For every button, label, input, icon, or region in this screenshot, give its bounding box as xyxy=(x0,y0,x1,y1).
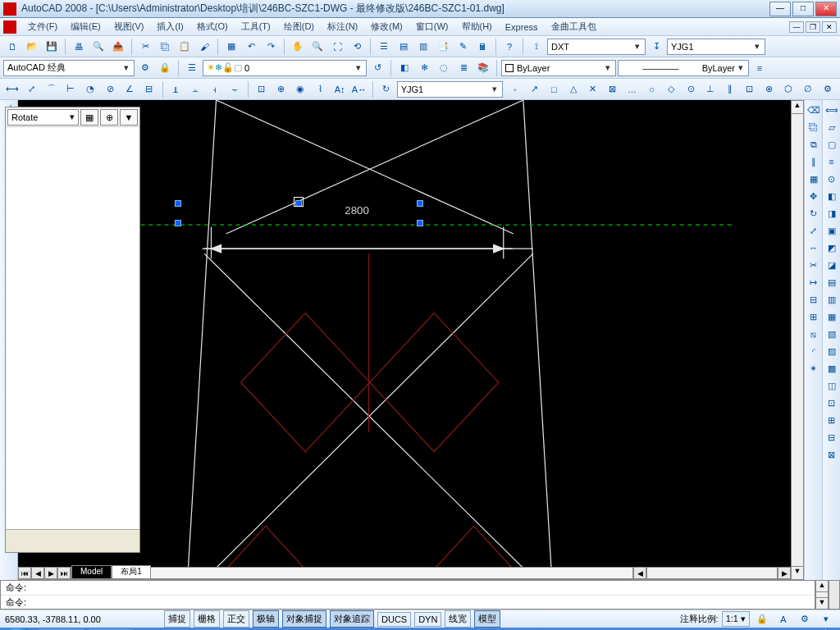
dim-space-icon[interactable]: ⫞ xyxy=(206,80,224,98)
tool3-icon[interactable]: ▣ xyxy=(824,222,840,239)
menu-express[interactable]: Express xyxy=(500,21,543,34)
status-osnap-button[interactable]: 对象捕捉 xyxy=(282,610,326,628)
tool1-icon[interactable]: ◧ xyxy=(824,188,840,204)
prop-pickadd-button[interactable]: ⊕ xyxy=(100,109,118,126)
dim-quick-icon[interactable]: ⊟ xyxy=(140,80,158,98)
offset-icon[interactable]: ∥ xyxy=(806,153,822,170)
osnap-settings-icon[interactable]: ⚙ xyxy=(819,80,837,98)
menu-view[interactable]: 视图(V) xyxy=(109,19,149,34)
print-icon[interactable]: 🖶 xyxy=(70,38,88,56)
dim-angular-icon[interactable]: ∠ xyxy=(121,80,139,98)
dim-aligned-icon[interactable]: ⤢ xyxy=(23,80,41,98)
dim-arc-icon[interactable]: ⌒ xyxy=(43,80,61,98)
inspect-icon[interactable]: ◉ xyxy=(292,80,310,98)
status-tray-icon1[interactable]: ⚙ xyxy=(796,610,814,628)
command-input-line[interactable]: 命令: xyxy=(1,596,815,610)
designcenter-icon[interactable]: ▤ xyxy=(395,38,413,56)
menu-edit[interactable]: 编辑(E) xyxy=(66,19,106,34)
command-area[interactable]: 命令: 命令: xyxy=(0,580,815,609)
hscroll-left-button[interactable]: ◀ xyxy=(633,567,646,579)
zoom-win-icon[interactable]: ⛶ xyxy=(328,38,346,56)
scale-icon[interactable]: ⤢ xyxy=(806,222,822,239)
menu-jinqu[interactable]: 金曲工具包 xyxy=(546,19,601,34)
sheetset-icon[interactable]: 📑 xyxy=(434,38,452,56)
calc-icon[interactable]: 🖩 xyxy=(473,38,491,56)
layer-match-icon[interactable]: ≣ xyxy=(454,59,472,77)
layer-freeze-icon[interactable]: ❄ xyxy=(415,59,433,77)
move-icon[interactable]: ✥ xyxy=(806,188,822,204)
save-icon[interactable]: 💾 xyxy=(43,38,61,56)
osnap-ins-icon[interactable]: ⊡ xyxy=(741,80,759,98)
explode-icon[interactable]: ✴ xyxy=(806,360,822,377)
menu-help[interactable]: 帮助(H) xyxy=(457,19,497,34)
rotate-icon[interactable]: ↻ xyxy=(806,205,822,221)
osnap-near-icon[interactable]: ⬡ xyxy=(779,80,797,98)
open-icon[interactable]: 📂 xyxy=(23,38,41,56)
menu-insert[interactable]: 插入(I) xyxy=(152,19,188,34)
id-icon[interactable]: ⊙ xyxy=(824,171,840,187)
markup-icon[interactable]: ✎ xyxy=(454,38,472,56)
dim-tedit-icon[interactable]: A↔ xyxy=(350,80,368,98)
grip-handle[interactable] xyxy=(417,200,423,207)
mirror-icon[interactable]: ⧉ xyxy=(806,136,822,153)
linetype-combo[interactable]: ———— ByLayer▾ xyxy=(618,60,749,76)
osnap-int-icon[interactable]: ✕ xyxy=(584,80,602,98)
layer-prev-icon[interactable]: ↺ xyxy=(368,59,386,77)
join-icon[interactable]: ⊞ xyxy=(806,308,822,325)
prop-select-button[interactable]: ▼ xyxy=(120,109,138,126)
cmd-scroll-up-button[interactable]: ▲ xyxy=(816,581,828,592)
tool15-icon[interactable]: ⊟ xyxy=(824,429,840,445)
pan-icon[interactable]: ✋ xyxy=(289,38,307,56)
match-icon[interactable]: 🖌 xyxy=(195,38,213,56)
tool2-icon[interactable]: ◨ xyxy=(824,205,840,221)
vscrollbar[interactable]: ▲ ▼ xyxy=(791,100,804,580)
vscroll-up-button[interactable]: ▲ xyxy=(792,101,803,114)
toolpalette-icon[interactable]: ▥ xyxy=(414,38,432,56)
zoom-rt-icon[interactable]: 🔍 xyxy=(308,38,326,56)
fillet-icon[interactable]: ◜ xyxy=(806,343,822,359)
status-polar-button[interactable]: 极轴 xyxy=(253,610,279,628)
dim-baseline-icon[interactable]: ⫫ xyxy=(167,80,185,98)
prop-qselect-button[interactable]: ▦ xyxy=(80,109,98,126)
dim-linear-icon[interactable]: ⟷ xyxy=(3,80,21,98)
tool11-icon[interactable]: ▩ xyxy=(824,360,840,377)
tab-last-button[interactable]: ⏭ xyxy=(57,567,71,579)
list-icon[interactable]: ≡ xyxy=(824,153,840,170)
status-dyn-button[interactable]: DYN xyxy=(414,612,441,627)
workspace-lock-icon[interactable]: 🔒 xyxy=(156,59,174,77)
new-icon[interactable]: 🗋 xyxy=(3,38,21,56)
doc-restore-button[interactable]: ❐ xyxy=(806,21,820,33)
menu-format[interactable]: 格式(O) xyxy=(192,19,233,34)
status-otrack-button[interactable]: 对象追踪 xyxy=(330,610,374,628)
hscroll-track[interactable] xyxy=(646,567,778,579)
lineweight-icon[interactable]: ≡ xyxy=(751,59,769,77)
tool13-icon[interactable]: ⊡ xyxy=(824,395,840,411)
area-icon[interactable]: ▱ xyxy=(824,119,840,135)
status-ortho-button[interactable]: 正交 xyxy=(223,610,249,628)
zoom-prev-icon[interactable]: ⟲ xyxy=(348,38,366,56)
doc-minimize-button[interactable]: — xyxy=(789,21,804,33)
osnap-quad-icon[interactable]: ◇ xyxy=(662,80,680,98)
preview-icon[interactable]: 🔍 xyxy=(89,38,107,56)
layer-states-icon[interactable]: 📚 xyxy=(474,59,492,77)
osnap-ext-icon[interactable]: … xyxy=(623,80,641,98)
undo-icon[interactable]: ↶ xyxy=(242,38,260,56)
dimstyle1-combo[interactable]: DXT▾ xyxy=(547,39,646,55)
menu-draw[interactable]: 绘图(D) xyxy=(279,19,319,34)
tool9-icon[interactable]: ▧ xyxy=(824,326,840,342)
dim-ordinate-icon[interactable]: ⊢ xyxy=(62,80,80,98)
dim-diameter-icon[interactable]: ⊘ xyxy=(101,80,119,98)
redo-icon[interactable]: ↷ xyxy=(262,38,280,56)
osnap-from-icon[interactable]: ↗ xyxy=(526,80,544,98)
extend-icon[interactable]: ↦ xyxy=(806,274,822,290)
osnap-tan-icon[interactable]: ⊙ xyxy=(682,80,700,98)
osnap-node-icon[interactable]: ⊗ xyxy=(760,80,778,98)
hscroll-right-button[interactable]: ▶ xyxy=(778,567,791,579)
copy-icon[interactable]: ⿻ xyxy=(156,38,174,56)
tab-layout1[interactable]: 布局1 xyxy=(112,565,151,578)
status-model-button[interactable]: 模型 xyxy=(474,610,500,628)
status-tray-icon2[interactable]: ▾ xyxy=(817,610,835,628)
status-ducs-button[interactable]: DUCS xyxy=(377,612,411,627)
centermark-icon[interactable]: ⊕ xyxy=(272,80,290,98)
jogged-icon[interactable]: ⌇ xyxy=(311,80,329,98)
